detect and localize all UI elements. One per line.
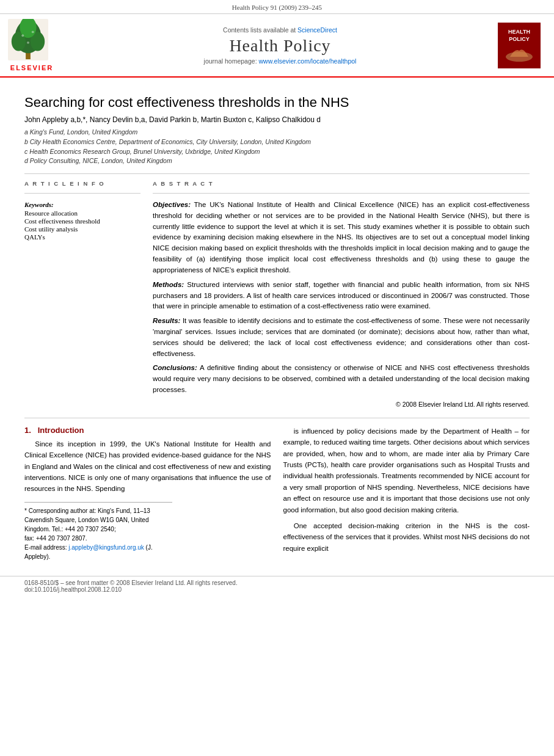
hp-logo-title: HEALTH POLICY: [508, 29, 530, 43]
journal-center: Contents lists available at ScienceDirec…: [62, 26, 498, 65]
objectives-label: Objectives:: [153, 201, 191, 208]
article-info-col: A R T I C L E I N F O Keywords: Resource…: [24, 180, 140, 408]
abstract-results: Results: It was feasible to identify dec…: [153, 316, 530, 359]
keyword-4: QALYs: [24, 233, 140, 241]
keyword-2: Cost effectiveness threshold: [24, 217, 140, 225]
intro-para-3: One accepted decision-making criterion i…: [283, 520, 530, 554]
homepage-label: journal homepage:: [204, 57, 257, 65]
corresponding-text: * Corresponding author at: King's Fund, …: [24, 507, 150, 532]
copyright: © 2008 Elsevier Ireland Ltd. All rights …: [153, 401, 530, 408]
contents-label: Contents lists available at: [223, 26, 296, 34]
hp-logo-line2: POLICY: [508, 36, 530, 43]
abstract-divider: [153, 193, 530, 194]
journal-homepage-line: journal homepage: www.elsevier.com/locat…: [62, 57, 498, 65]
footnote-section: * Corresponding author at: King's Fund, …: [24, 502, 172, 561]
content-area: Searching for cost effectiveness thresho…: [0, 78, 554, 567]
intro-para-1: Since its inception in 1999, the UK's Na…: [24, 438, 271, 495]
affiliation-b: b City Health Economics Centre, Departme…: [24, 137, 530, 147]
intro-number: 1.: [24, 426, 31, 435]
intro-para-2: is influenced by policy decisions made b…: [283, 426, 530, 515]
page-wrapper: Health Policy 91 (2009) 239–245 ELSEVIER: [0, 0, 554, 756]
body-right-col: is influenced by policy decisions made b…: [283, 426, 530, 561]
hp-logo-box: HEALTH POLICY: [498, 23, 541, 68]
journal-title: Health Policy: [62, 36, 498, 56]
authors-line: John Appleby a,b,*, Nancy Devlin b,a, Da…: [24, 115, 530, 124]
elsevier-logo: ELSEVIER: [7, 19, 56, 71]
homepage-link[interactable]: www.elsevier.com/locate/healthpol: [258, 57, 356, 65]
journal-header: ELSEVIER Contents lists available at Sci…: [0, 14, 554, 78]
affiliation-a: a King's Fund, London, United Kingdom: [24, 128, 530, 137]
article-info-divider: [24, 193, 140, 194]
intro-body-right: is influenced by policy decisions made b…: [283, 426, 530, 554]
bottom-bar: 0168-8510/$ – see front matter © 2008 El…: [0, 576, 554, 596]
methods-text: Structured interviews with senior staff,…: [153, 281, 530, 310]
sciencedirect-link[interactable]: ScienceDirect: [297, 26, 337, 34]
issn-line: 0168-8510/$ – see front matter © 2008 El…: [24, 580, 238, 586]
intro-title: Introduction: [38, 426, 84, 435]
methods-label: Methods:: [153, 281, 184, 288]
keywords-title: Keywords:: [24, 201, 54, 208]
results-label: Results:: [153, 317, 180, 324]
affiliation-c: c Health Economics Research Group, Brune…: [24, 147, 530, 157]
keywords-section: Keywords: Resource allocation Cost effec…: [24, 200, 140, 241]
svg-point-7: [32, 31, 34, 33]
abstract-methods: Methods: Structured interviews with seni…: [153, 280, 530, 312]
affiliations: a King's Fund, London, United Kingdom b …: [24, 128, 530, 166]
article-info-label: A R T I C L E I N F O: [24, 180, 140, 187]
svg-point-8: [27, 42, 29, 44]
svg-point-6: [21, 34, 24, 37]
hp-logo-line1: HEALTH: [508, 29, 530, 36]
doi-line: doi:10.1016/j.healthpol.2008.12.010: [24, 586, 122, 593]
conclusions-text: A definitive finding about the consisten…: [153, 364, 530, 393]
article-divider: [24, 173, 530, 174]
abstract-objectives: Objectives: The UK's National Institute …: [153, 200, 530, 276]
footnote-text: * Corresponding author at: King's Fund, …: [24, 506, 172, 561]
body-two-col: 1. Introduction Since its inception in 1…: [24, 426, 530, 561]
abstract-text: Objectives: The UK's National Institute …: [153, 200, 530, 396]
elsevier-tree-icon: [7, 19, 49, 60]
email-label: E-mail address:: [24, 544, 67, 551]
email-link[interactable]: j.appleby@kingsfund.org.uk: [68, 544, 144, 551]
intro-heading: 1. Introduction: [24, 426, 271, 435]
elsevier-wordmark: ELSEVIER: [7, 64, 56, 71]
abstract-label: A B S T R A C T: [153, 180, 530, 187]
hp-logo-image: [504, 43, 534, 62]
journal-citation-bar: Health Policy 91 (2009) 239–245: [0, 0, 554, 14]
article-info-abstract-section: A R T I C L E I N F O Keywords: Resource…: [24, 180, 530, 408]
keyword-3: Cost utility analysis: [24, 225, 140, 233]
results-text: It was feasible to identify decisions an…: [153, 317, 530, 357]
journal-citation: Health Policy 91 (2009) 239–245: [232, 4, 322, 11]
abstract-conclusions: Conclusions: A definitive finding about …: [153, 363, 530, 395]
abstract-col: A B S T R A C T Objectives: The UK's Nat…: [153, 180, 530, 408]
article-title: Searching for cost effectiveness thresho…: [24, 95, 530, 111]
affiliation-d: d Policy Consulting, NICE, London, Unite…: [24, 156, 530, 166]
body-left-col: 1. Introduction Since its inception in 1…: [24, 426, 271, 561]
objectives-text: The UK's National Institute of Health an…: [153, 201, 530, 274]
intro-body: Since its inception in 1999, the UK's Na…: [24, 438, 271, 495]
contents-available-line: Contents lists available at ScienceDirec…: [62, 26, 498, 34]
keyword-1: Resource allocation: [24, 209, 140, 217]
body-content: 1. Introduction Since its inception in 1…: [24, 418, 530, 561]
health-policy-logo: HEALTH POLICY: [498, 23, 547, 68]
conclusions-label: Conclusions:: [153, 364, 197, 371]
fax-text: fax: +44 20 7307 2807.: [24, 535, 87, 542]
